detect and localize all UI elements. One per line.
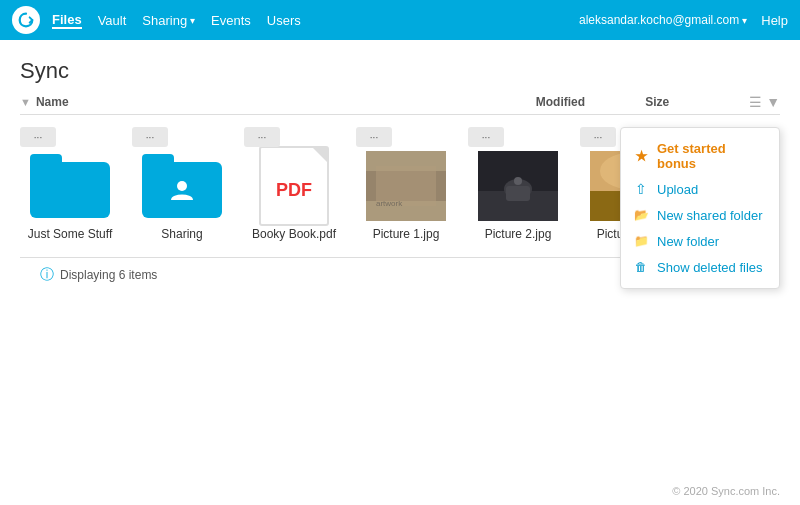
sharing-chevron: ▾ xyxy=(190,15,195,26)
list-item[interactable]: ··· PDF Booky Book.pdf xyxy=(244,127,344,241)
file-menu-button[interactable]: ··· xyxy=(356,127,392,147)
nav-users[interactable]: Users xyxy=(267,12,301,29)
col-size-header: Size xyxy=(645,95,669,109)
nav-links: Files Vault Sharing ▾ Events Users xyxy=(52,12,579,29)
list-item[interactable]: ··· Picture 2.jpg xyxy=(468,127,568,241)
file-name: Picture 2.jpg xyxy=(485,227,552,241)
upload-item[interactable]: ⇧ Upload xyxy=(621,176,779,202)
list-view-icon[interactable]: ☰ xyxy=(749,94,762,110)
list-item[interactable]: ··· artwork Picture 1.jpg xyxy=(356,127,456,241)
folder-icon: 📁 xyxy=(633,233,649,249)
file-name: Picture 1.jpg xyxy=(373,227,440,241)
file-menu-button[interactable]: ··· xyxy=(580,127,616,147)
display-count: Displaying 6 items xyxy=(60,268,157,282)
new-shared-folder-item[interactable]: 📂 New shared folder xyxy=(621,202,779,228)
nav-events[interactable]: Events xyxy=(211,12,251,29)
folder-user-icon xyxy=(142,154,222,218)
show-deleted-item[interactable]: 🗑 Show deleted files xyxy=(621,254,779,280)
folder-user-thumb xyxy=(142,151,222,221)
column-headers: ▼ Name Modified Size ☰ ▼ xyxy=(20,94,780,115)
photo2-thumb xyxy=(478,151,558,221)
file-name: Sharing xyxy=(161,227,202,241)
shared-folder-icon: 📂 xyxy=(633,207,649,223)
new-folder-item[interactable]: 📁 New folder xyxy=(621,228,779,254)
file-menu-button[interactable]: ··· xyxy=(20,127,56,147)
filter-icon[interactable]: ▼ xyxy=(766,94,780,110)
email-chevron: ▾ xyxy=(742,15,747,26)
svg-rect-6 xyxy=(366,151,446,221)
file-name: Just Some Stuff xyxy=(28,227,113,241)
files-area: ··· Just Some Stuff ··· xyxy=(20,127,780,241)
page-content: Sync ▼ Name Modified Size ☰ ▼ ··· xyxy=(0,40,800,292)
action-menu: ★ Get started bonus ⇧ Upload 📂 New share… xyxy=(620,127,780,289)
folder-thumb xyxy=(30,151,110,221)
nav-files[interactable]: Files xyxy=(52,12,82,29)
help-link[interactable]: Help xyxy=(761,13,788,28)
user-email[interactable]: aleksandar.kocho@gmail.com ▾ xyxy=(579,13,747,27)
list-item[interactable]: ··· Sharing xyxy=(132,127,232,241)
file-menu-button[interactable]: ··· xyxy=(244,127,280,147)
file-menu-button[interactable]: ··· xyxy=(132,127,168,147)
get-started-bonus-item[interactable]: ★ Get started bonus xyxy=(621,136,779,176)
svg-point-1 xyxy=(177,181,187,191)
star-icon: ★ xyxy=(633,148,649,164)
logo[interactable] xyxy=(12,6,40,34)
photo1-thumb: artwork xyxy=(366,151,446,221)
page-title: Sync xyxy=(20,58,780,84)
file-menu-button[interactable]: ··· xyxy=(468,127,504,147)
trash-icon: 🗑 xyxy=(633,259,649,275)
nav-right: aleksandar.kocho@gmail.com ▾ Help xyxy=(579,13,788,28)
folder-icon xyxy=(30,154,110,218)
page-footer: © 2020 Sync.com Inc. xyxy=(672,485,780,497)
pdf-icon: PDF xyxy=(259,146,329,226)
sort-arrow[interactable]: ▼ xyxy=(20,96,31,108)
nav-vault[interactable]: Vault xyxy=(98,12,127,29)
info-icon: ⓘ xyxy=(40,266,54,284)
col-modified-header: Modified xyxy=(536,95,585,109)
col-name-header: Name xyxy=(36,95,69,109)
upload-icon: ⇧ xyxy=(633,181,649,197)
view-toggle: ☰ ▼ xyxy=(749,94,780,110)
pdf-thumb: PDF xyxy=(254,151,334,221)
nav-sharing[interactable]: Sharing ▾ xyxy=(142,12,195,29)
top-navigation: Files Vault Sharing ▾ Events Users aleks… xyxy=(0,0,800,40)
svg-rect-12 xyxy=(478,151,558,221)
file-name: Booky Book.pdf xyxy=(252,227,336,241)
list-item[interactable]: ··· Just Some Stuff xyxy=(20,127,120,241)
